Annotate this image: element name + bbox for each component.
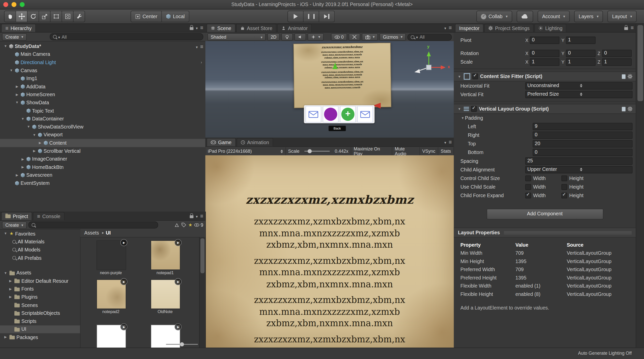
reference-doc-icon[interactable] [622,107,626,111]
saved-search-star-icon[interactable]: ★ [188,222,192,228]
hierarchy-row[interactable]: Savescreen [0,171,205,179]
hierarchy-row[interactable]: Img1 [0,74,205,83]
step-button[interactable] [319,11,335,22]
scene-search-input[interactable]: All [408,34,452,41]
folder-item[interactable]: ScriptableObjects [0,309,80,317]
vsync-toggle[interactable]: VSync [420,147,438,156]
asset-label[interactable]: notepad1 [145,270,186,275]
favorite-item[interactable]: All Prefabs [0,254,80,262]
hierarchy-row[interactable]: ShowDataScrollView [0,123,205,131]
foldout-icon[interactable] [8,287,13,291]
project-create-button[interactable]: Create [2,221,26,228]
foldout-icon[interactable] [15,93,19,97]
play-button[interactable] [287,11,303,22]
hierarchy-row[interactable]: StudyData* [0,42,205,50]
panel-menu-icon[interactable] [449,25,452,31]
rotation-x-field[interactable]: 0 [530,49,559,57]
hierarchy-row[interactable]: Canvas [0,66,205,74]
vertical-layout-group-header[interactable]: Vertical Layout Group (Script) [454,104,636,114]
reference-doc-icon[interactable] [622,74,626,79]
collab-button[interactable]: Collab [477,11,512,22]
transform-tool-button[interactable] [62,11,74,22]
padding-bottom-field[interactable]: 0 [533,148,632,156]
scene-camera-dropdown[interactable] [362,33,378,41]
scale-x-field[interactable]: 1 [530,58,559,65]
tab-scene[interactable]: Scene [207,24,235,32]
hierarchy-row[interactable]: HomeScreen [0,91,205,99]
hidden-packages-toggle[interactable]: 9 [194,222,203,228]
pivot-x-field[interactable]: 0 [530,36,559,44]
panel-menu-icon[interactable] [200,213,203,219]
hierarchy-row[interactable]: EventSystem [0,179,205,187]
favorite-item[interactable]: All Models [0,246,80,254]
game-scale-slider[interactable] [302,147,332,156]
tab-lighting[interactable]: Lighting [534,24,567,32]
padding-right-field[interactable]: 0 [533,131,632,139]
layers-dropdown[interactable]: Layers [574,11,603,22]
lock-icon[interactable] [190,27,194,30]
tab-animator[interactable]: Animator [277,24,312,32]
padding-left-field[interactable]: 9 [533,123,632,130]
scale-height-checkbox[interactable] [561,184,567,190]
chevron-down-icon[interactable] [196,214,198,219]
folder-item[interactable]: Fonts [0,285,80,293]
hierarchy-row[interactable]: HomeBackBtn [0,163,205,171]
gear-icon[interactable] [628,74,633,79]
play-badge-icon[interactable] [175,239,182,246]
pivot-y-field[interactable]: 1 [566,36,596,44]
play-badge-icon[interactable] [175,323,182,330]
scene-visibility-toggle[interactable]: 0 [331,33,347,41]
hierarchy-row[interactable]: Topic Text [0,107,205,115]
foldout-icon[interactable] [3,44,8,48]
cloud-button[interactable] [517,11,533,22]
control-width-checkbox[interactable] [525,175,531,181]
tab-asset-store[interactable]: Asset Store [236,24,277,32]
thumbnail-size-slider[interactable] [166,344,198,345]
hierarchy-row[interactable]: Viewport [0,131,205,139]
inspector-scrollbar[interactable] [636,23,644,348]
project-search-input[interactable] [28,221,158,228]
expand-width-checkbox[interactable] [525,193,531,198]
foldout-icon[interactable] [8,295,13,299]
content-size-fitter-header[interactable]: Content Size Fitter (Script) [454,71,636,81]
control-height-checkbox[interactable] [561,175,567,181]
play-badge-icon[interactable] [120,278,127,285]
stats-toggle[interactable]: Stats [438,147,454,156]
asset-label[interactable]: neon-purple [90,270,131,275]
hierarchy-row[interactable]: Scrollbar Vertical [0,147,205,155]
panel-menu-icon[interactable] [631,25,634,31]
scale-tool-button[interactable] [39,11,51,22]
account-dropdown[interactable]: Account [538,11,570,22]
foldout-icon[interactable] [15,85,19,89]
game-viewport[interactable]: zxzxzzxzxmz,xzmxbzxbmz zxzxzzxzxmz,xzmxb… [205,155,454,348]
play-badge-icon[interactable] [120,323,127,330]
scene-effects-dropdown[interactable] [308,33,324,41]
asset-thumb-blank[interactable] [96,325,126,348]
asset-label[interactable]: notepad2 [90,310,131,314]
hand-tool-button[interactable] [4,11,16,22]
hierarchy-row[interactable]: ImageConatiner [0,155,205,163]
search-by-type-icon[interactable] [174,222,180,228]
tab-hierarchy[interactable]: Hierarchy [1,24,36,32]
expand-height-checkbox[interactable] [561,193,567,198]
tab-game[interactable]: Game [207,138,236,146]
scrollbar-thumb[interactable] [637,25,643,101]
purple-circle-button-preview[interactable] [323,106,338,122]
shading-mode-dropdown[interactable]: Shaded [207,33,266,41]
foldout-icon[interactable] [457,107,462,111]
hierarchy-row[interactable]: DataContainer [0,115,205,123]
scene-burger-icon[interactable] [200,44,203,50]
hierarchy-row[interactable]: AddData [0,83,205,91]
mail-button-preview[interactable] [357,106,373,122]
scene-menu-icon[interactable] [196,44,198,49]
scale-slider-track[interactable] [304,151,330,151]
play-badge-icon[interactable] [175,278,182,285]
foldout-icon[interactable] [20,157,25,161]
foldout-icon[interactable] [32,149,37,153]
chevron-down-icon[interactable] [196,25,198,30]
maximize-on-play-toggle[interactable]: Maximize On Play [351,147,392,156]
folder-item-selected[interactable]: UI [0,325,80,333]
foldout-icon[interactable] [20,165,25,169]
foldout-icon[interactable] [38,141,42,145]
scene-audio-toggle[interactable] [294,33,306,41]
